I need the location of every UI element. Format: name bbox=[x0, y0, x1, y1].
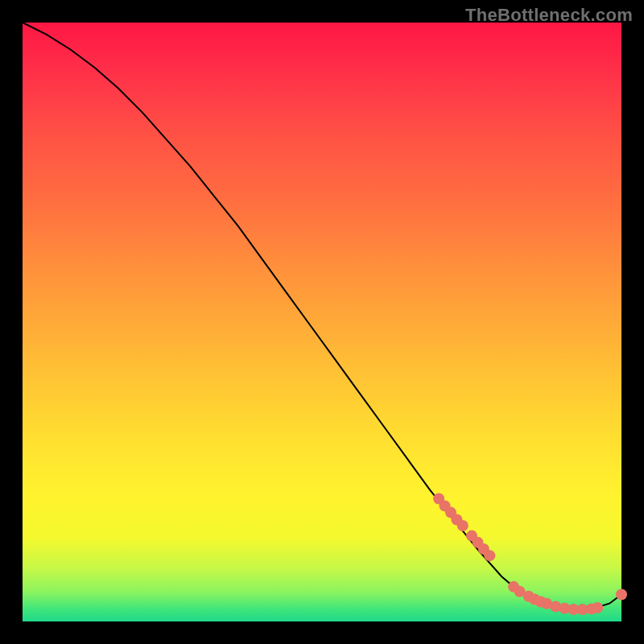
scatter-point bbox=[484, 550, 495, 561]
scatter-point bbox=[592, 602, 603, 613]
scatter-point bbox=[616, 589, 627, 601]
scatter-point bbox=[457, 520, 469, 531]
scatter-points-group bbox=[433, 493, 627, 615]
plot-area bbox=[23, 23, 621, 621]
chart-svg bbox=[23, 23, 621, 621]
chart-frame: TheBottleneck.com bbox=[0, 0, 644, 644]
bottleneck-curve-line bbox=[23, 23, 621, 609]
watermark-text: TheBottleneck.com bbox=[465, 5, 633, 26]
